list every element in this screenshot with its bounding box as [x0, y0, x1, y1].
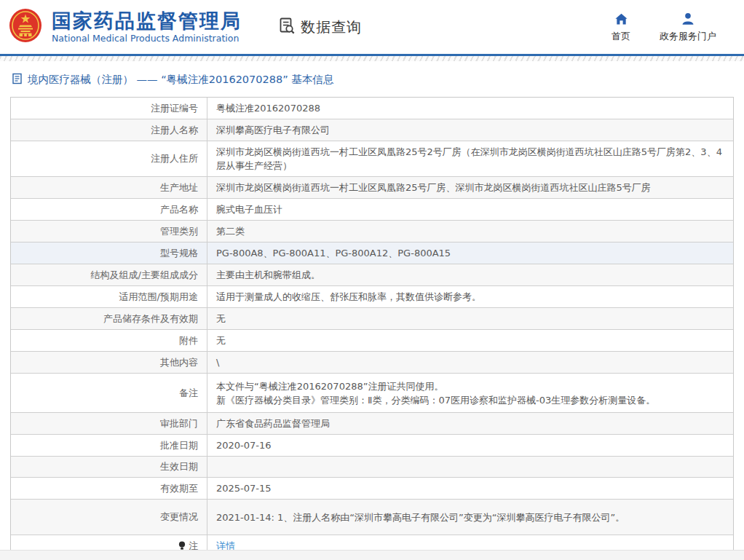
footer-strip	[0, 550, 744, 560]
row-label: 生产地址	[11, 177, 207, 198]
table-row: 变更情况2021-01-14: 1、注册人名称由“深圳市攀高电子有限公司”变更为…	[11, 500, 733, 535]
row-label: 产品储存条件及有效期	[11, 308, 207, 329]
row-value: 第二类	[207, 221, 733, 242]
table-row: 适用范围/预期用途适用于测量成人的收缩压、舒张压和脉率，其数值供诊断参考。	[11, 286, 733, 308]
row-value: 本文件与“粤械注准20162070288”注册证共同使用。新《医疗器械分类目录》…	[207, 374, 733, 412]
nmpa-emblem-icon	[9, 8, 42, 46]
row-value: 适用于测量成人的收缩压、舒张压和脉率，其数值供诊断参考。	[207, 286, 733, 307]
header-nav: 首页 政务服务门户	[612, 12, 744, 43]
row-label: 管理类别	[11, 221, 207, 242]
row-label: 注册人住所	[11, 141, 207, 176]
row-value: 深圳市龙岗区横岗街道西坑一村工业区凤凰路25号2号厂房（在深圳市龙岗区横岗街道西…	[207, 141, 733, 176]
row-label: 有效期至	[11, 478, 207, 499]
table-row: 审批部门广东省食品药品监督管理局	[11, 413, 733, 435]
row-value: \	[207, 352, 733, 373]
row-value: 广东省食品药品监督管理局	[207, 413, 733, 434]
row-value: 2025-07-15	[207, 478, 733, 499]
row-value: 粤械注准20162070288	[207, 98, 733, 119]
table-row: 批准日期2020-07-16	[11, 435, 733, 457]
nav-portal-label: 政务服务门户	[660, 30, 716, 43]
row-label: 审批部门	[11, 413, 207, 434]
row-label: 生效日期	[11, 457, 207, 477]
page-title-text: 境内医疗器械（注册） —— “粤械注准20162070288” 基本信息	[28, 73, 333, 87]
home-icon	[614, 12, 629, 28]
row-value: 主要由主机和腕带组成。	[207, 264, 733, 285]
nav-home-label: 首页	[612, 30, 630, 43]
row-label: 批准日期	[11, 435, 207, 456]
brand: 国家药品监督管理局 National Medical Products Admi…	[9, 8, 242, 46]
row-label: 变更情况	[11, 500, 207, 535]
header-divider-hatch	[0, 56, 744, 61]
data-query-label: 数据查询	[301, 17, 362, 37]
row-value	[207, 457, 733, 477]
brand-text: 国家药品监督管理局 National Medical Products Admi…	[52, 10, 242, 44]
data-query-icon	[278, 17, 296, 38]
brand-title-cn: 国家药品监督管理局	[52, 10, 242, 32]
page-header: 国家药品监督管理局 National Medical Products Admi…	[0, 0, 744, 54]
row-value: 深圳攀高医疗电子有限公司	[207, 119, 733, 141]
row-label: 结构及组成/主要组成成分	[11, 264, 207, 285]
table-row: 生产地址深圳市龙岗区横岗街道西坑一村工业区凤凰路25号厂房、深圳市龙岗区横岗街道…	[11, 177, 733, 199]
document-icon	[12, 73, 23, 87]
nav-portal[interactable]: 政务服务门户	[660, 12, 716, 43]
table-row: 管理类别第二类	[11, 221, 733, 242]
brand-title-en: National Medical Products Administration	[52, 33, 242, 44]
data-query-section[interactable]: 数据查询	[278, 17, 362, 38]
table-row: 产品储存条件及有效期无	[11, 308, 733, 330]
row-value: 深圳市龙岗区横岗街道西坑一村工业区凤凰路25号厂房、深圳市龙岗区横岗街道西坑社区…	[207, 177, 733, 198]
row-label: 注册证编号	[11, 98, 207, 119]
table-row: 型号规格PG-800A8、PG-800A11、PG-800A12、PG-800A…	[11, 242, 733, 264]
table-row: 注册人名称深圳攀高医疗电子有限公司	[11, 119, 733, 141]
row-label: 适用范围/预期用途	[11, 286, 207, 307]
table-row: 产品名称腕式电子血压计	[11, 199, 733, 221]
table-row: 有效期至2025-07-15	[11, 478, 733, 500]
row-label: 备注	[11, 374, 207, 412]
row-label: 附件	[11, 330, 207, 351]
table-row: 结构及组成/主要组成成分主要由主机和腕带组成。	[11, 264, 733, 286]
row-label: 型号规格	[11, 242, 207, 264]
row-value: 无	[207, 308, 733, 329]
table-row: 生效日期	[11, 457, 733, 478]
page-title: 境内医疗器械（注册） —— “粤械注准20162070288” 基本信息	[0, 61, 744, 95]
row-value: 2021-01-14: 1、注册人名称由“深圳市攀高电子有限公司”变更为“深圳攀…	[207, 500, 733, 535]
table-row: 附件无	[11, 330, 733, 352]
info-table: 注册证编号粤械注准20162070288注册人名称深圳攀高医疗电子有限公司注册人…	[10, 97, 734, 557]
row-value: 无	[207, 330, 733, 351]
table-row: 注册人住所深圳市龙岗区横岗街道西坑一村工业区凤凰路25号2号厂房（在深圳市龙岗区…	[11, 141, 733, 177]
row-value: 2020-07-16	[207, 435, 733, 456]
user-icon	[681, 12, 695, 28]
nav-home[interactable]: 首页	[612, 12, 630, 43]
row-label: 其他内容	[11, 352, 207, 373]
row-value: 腕式电子血压计	[207, 199, 733, 220]
row-value: PG-800A8、PG-800A11、PG-800A12、PG-800A15	[207, 242, 733, 264]
table-row: 注册证编号粤械注准20162070288	[11, 98, 733, 119]
table-row: 其他内容\	[11, 352, 733, 374]
row-label: 注册人名称	[11, 119, 207, 141]
table-row: 备注本文件与“粤械注准20162070288”注册证共同使用。新《医疗器械分类目…	[11, 374, 733, 413]
row-label: 产品名称	[11, 199, 207, 220]
